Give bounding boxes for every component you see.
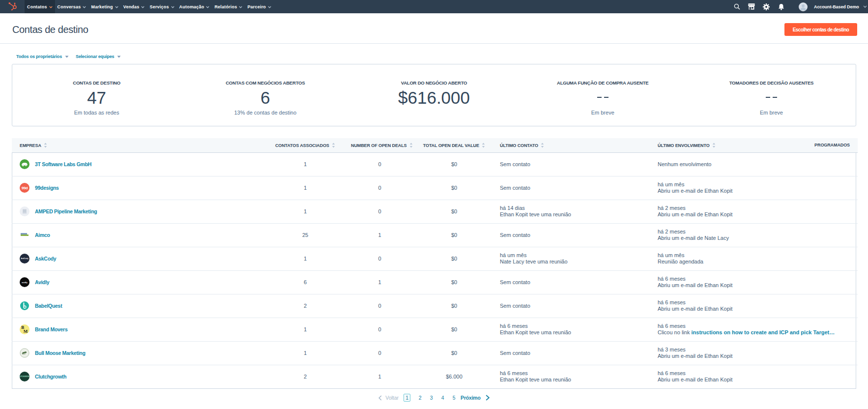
svg-text:M: M: [24, 329, 28, 334]
